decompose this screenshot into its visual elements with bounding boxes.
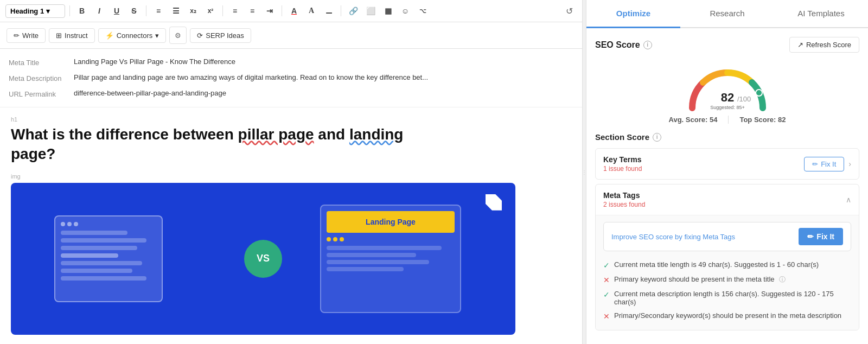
check-fail-icon-1: ✕ <box>603 276 610 284</box>
meta-description-value[interactable]: Pillar page and landing page are two ama… <box>74 73 573 81</box>
editor-content[interactable]: h1 What is the difference between pillar… <box>0 107 582 344</box>
key-terms-chevron-icon[interactable]: › <box>848 160 851 168</box>
y-dot-2 <box>333 237 337 241</box>
section-score-info-icon[interactable]: i <box>653 133 661 142</box>
secondary-toolbar: ✏ Write ⊞ Instruct ⚡ Connectors ▾ ⚙ ⟳ SE… <box>0 22 582 49</box>
image-tag-label: img <box>11 173 571 180</box>
seo-score-label: SEO Score <box>595 40 640 50</box>
meta-title-label: Meta Title <box>9 58 74 67</box>
meta-tags-issue: 2 issues found <box>603 201 645 208</box>
history-button[interactable]: ↺ <box>561 3 577 18</box>
url-permalink-row: URL Permalink difference-between-pillar-… <box>9 86 573 101</box>
tab-optimize-label: Optimize <box>616 9 650 18</box>
tab-ai-templates[interactable]: AI Templates <box>774 0 868 28</box>
connectors-button[interactable]: ⚡ Connectors ▾ <box>98 28 166 43</box>
refresh-label: Refresh Score <box>806 41 851 49</box>
key-terms-info: Key Terms 1 issue found <box>603 155 642 173</box>
write-button[interactable]: ✏ Write <box>7 28 46 43</box>
check-pass-icon-0: ✓ <box>603 261 610 270</box>
heading-select-label: Heading 1 <box>10 7 44 15</box>
subscript-button[interactable]: x₂ <box>186 3 201 18</box>
strikethrough-button[interactable]: S <box>126 3 142 18</box>
emoji-button[interactable]: ☺ <box>398 3 413 18</box>
meta-tags-header[interactable]: Meta Tags 2 issues found ∧ <box>596 184 859 215</box>
key-terms-fix-it-label: Fix It <box>821 160 836 168</box>
serp-ideas-button[interactable]: ⟳ SERP Ideas <box>190 28 251 43</box>
key-terms-score-item: Key Terms 1 issue found ✏ Fix It › <box>595 148 859 180</box>
key-terms-header[interactable]: Key Terms 1 issue found ✏ Fix It › <box>596 149 859 179</box>
toolbar-divider-3 <box>222 5 223 16</box>
underline-button[interactable]: U <box>109 3 124 18</box>
text-align-button[interactable]: ⚊ <box>321 3 336 18</box>
meta-description-row: Meta Description Pillar page and landing… <box>9 70 573 86</box>
line-2 <box>61 238 146 243</box>
check-item-3: ✕ Primary/Secondary keyword(s) should be… <box>603 309 851 323</box>
italic-button[interactable]: I <box>92 3 107 18</box>
improve-text: Improve SEO score by fixing Meta Tags <box>611 233 735 241</box>
settings-button[interactable]: ⚙ <box>169 27 187 44</box>
check-info-icon-1[interactable]: ⓘ <box>779 275 786 284</box>
seo-score-header: SEO Score i ↗ Refresh Score <box>595 37 859 53</box>
meta-title-value[interactable]: Landing Page Vs Pillar Page - Know The D… <box>74 58 573 66</box>
meta-tags-fix-it-button[interactable]: ✏ Fix It <box>799 228 843 245</box>
panel-tabs: Optimize Research AI Templates <box>586 0 868 28</box>
instruct-button[interactable]: ⊞ Instruct <box>49 28 95 43</box>
seo-score-info-icon[interactable]: i <box>643 41 652 49</box>
main-toolbar: Heading 1 ▾ B I U S ≡ ☰ x₂ x² ≡ ≡ ⇥ A A … <box>0 0 582 22</box>
article-heading[interactable]: What is the difference between pillar pa… <box>11 125 571 164</box>
image-window-left <box>54 215 163 302</box>
improve-bar: Improve SEO score by fixing Meta Tags ✏ … <box>603 222 851 251</box>
vs-circle: VS <box>244 240 282 278</box>
write-label: Write <box>22 31 39 40</box>
code-button[interactable]: ⌥ <box>415 3 430 18</box>
connectors-icon: ⚡ <box>105 31 114 40</box>
meta-tags-score-item: Meta Tags 2 issues found ∧ Improve SEO s… <box>595 184 859 330</box>
line-5 <box>61 261 142 265</box>
seo-score-title: SEO Score i <box>595 40 652 50</box>
toolbar-divider-4 <box>282 5 282 16</box>
check-fail-icon-3: ✕ <box>603 312 610 321</box>
instruct-label: Instruct <box>65 31 88 40</box>
tab-research[interactable]: Research <box>680 0 774 28</box>
write-icon: ✏ <box>14 31 20 40</box>
key-terms-issue: 1 issue found <box>603 165 642 173</box>
y-dot-3 <box>340 237 344 241</box>
image-button[interactable]: ⬜ <box>363 3 378 18</box>
line-3 <box>61 246 137 250</box>
meta-tags-info: Meta Tags 2 issues found <box>603 191 645 208</box>
refresh-score-button[interactable]: ↗ Refresh Score <box>789 37 859 53</box>
tab-optimize[interactable]: Optimize <box>586 0 680 28</box>
link-button[interactable]: 🔗 <box>346 3 361 18</box>
gauge-container: 82 /100 Suggested: 85+ Avg. Score: 54 To… <box>595 59 859 132</box>
image-window-right: Landing Page <box>320 205 461 313</box>
superscript-button[interactable]: x² <box>203 3 218 18</box>
align-center-button[interactable]: ≡ <box>245 3 260 18</box>
table-button[interactable]: ▦ <box>380 3 395 18</box>
avg-score-stat: Avg. Score: 54 <box>669 116 718 124</box>
dot-3 <box>74 222 78 226</box>
heading-select[interactable]: Heading 1 ▾ <box>5 4 65 18</box>
indent-button[interactable]: ⇥ <box>262 3 277 18</box>
key-terms-fix-it-button[interactable]: ✏ Fix It <box>804 157 844 171</box>
pillar-page-underline: pillar page <box>238 126 314 143</box>
connectors-chevron-icon: ▾ <box>155 31 159 40</box>
url-value[interactable]: difference-between-pillar-page-and-landi… <box>74 89 573 97</box>
clear-format-button[interactable]: A <box>304 3 319 18</box>
check-item-2: ✓ Current meta description length is 156… <box>603 287 851 309</box>
toolbar-divider-2 <box>146 5 146 16</box>
font-color-button[interactable]: A <box>286 3 302 18</box>
line-6 <box>61 269 132 273</box>
vs-text: VS <box>257 253 270 264</box>
align-left-button[interactable]: ≡ <box>227 3 242 18</box>
connectors-label: Connectors <box>117 31 152 40</box>
ordered-list-button[interactable]: ≡ <box>151 3 166 18</box>
image-inner: Landing Page VS <box>11 183 515 335</box>
bold-button[interactable]: B <box>74 3 90 18</box>
article-image: Landing Page VS <box>11 183 515 335</box>
section-score-title: Section Score <box>595 132 649 142</box>
refresh-icon: ↗ <box>797 41 803 49</box>
meta-tags-fix-it-label: Fix It <box>816 232 834 241</box>
meta-tags-chevron-icon[interactable]: ∧ <box>846 195 851 204</box>
bullet-list-button[interactable]: ☰ <box>168 3 183 18</box>
check-text-1: Primary keyword should be present in the… <box>614 275 775 283</box>
